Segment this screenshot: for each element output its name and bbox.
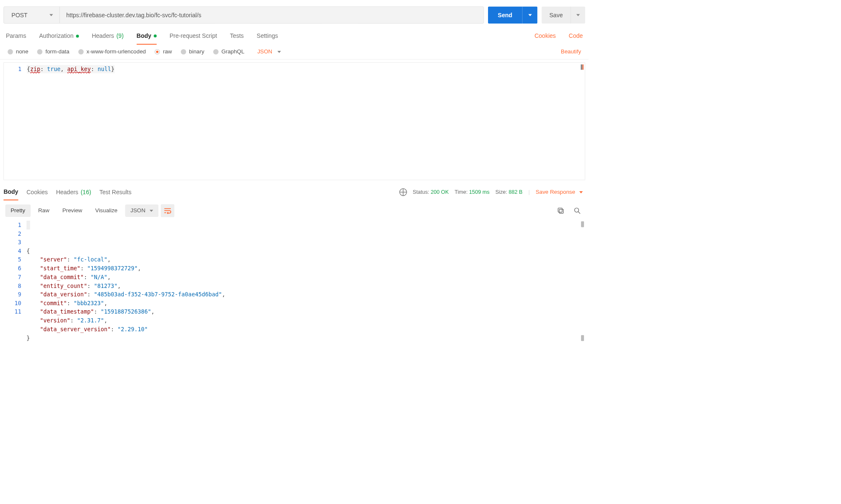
response-header-row: Body Cookies Headers (16) Test Results S… <box>0 180 589 200</box>
http-method-select[interactable]: POST <box>4 7 60 23</box>
svg-point-4 <box>575 208 579 212</box>
request-body-editor[interactable]: 1 {zip: true, api_key: null} <box>3 62 585 180</box>
body-type-binary[interactable]: binary <box>181 49 204 55</box>
body-type-raw[interactable]: raw <box>155 49 172 55</box>
body-type-graphql[interactable]: GraphQL <box>213 49 244 55</box>
tab-tests[interactable]: Tests <box>230 33 244 44</box>
status-dot-icon <box>76 34 79 37</box>
time-value: 1509 ms <box>469 189 489 195</box>
chevron-down-icon <box>528 14 532 16</box>
response-tab-test-results[interactable]: Test Results <box>99 189 131 200</box>
cookies-link[interactable]: Cookies <box>534 33 556 44</box>
view-visualize[interactable]: Visualize <box>90 205 123 217</box>
body-type-urlencoded[interactable]: x-www-form-urlencoded <box>78 49 146 55</box>
svg-line-5 <box>578 211 580 214</box>
chevron-down-icon <box>50 14 53 16</box>
radio-icon <box>155 49 160 55</box>
size-label: Size: <box>495 189 507 195</box>
body-type-none[interactable]: none <box>8 49 28 55</box>
status-dot-icon <box>154 34 157 37</box>
response-body-editor[interactable]: 1234567891011 { "server": "fc-local", "s… <box>0 219 589 351</box>
send-dropdown-button[interactable] <box>522 6 537 24</box>
save-button-group: Save <box>542 6 585 24</box>
editor-scroll-indicator <box>581 64 584 70</box>
time-label: Time: <box>455 189 468 195</box>
response-tab-headers[interactable]: Headers (16) <box>56 189 91 200</box>
tab-authorization[interactable]: Authorization <box>39 33 79 44</box>
response-tabs: Body Cookies Headers (16) Test Results <box>3 188 131 200</box>
save-response-button[interactable]: Save Response <box>536 189 583 195</box>
request-tab-links: Cookies Code <box>534 33 583 44</box>
radio-icon <box>213 49 219 55</box>
response-gutter: 1234567891011 <box>3 219 27 342</box>
copy-icon[interactable] <box>557 207 565 214</box>
response-toolbar: Pretty Raw Preview Visualize JSON <box>0 200 589 219</box>
view-pretty[interactable]: Pretty <box>5 205 31 217</box>
request-bar: POST Send Save <box>0 0 589 27</box>
scrollbar-thumb[interactable] <box>581 221 584 227</box>
response-meta: Status: 200 OK Time: 1509 ms Size: 882 B… <box>399 188 583 200</box>
tab-headers[interactable]: Headers (9) <box>92 33 124 44</box>
chevron-down-icon <box>579 191 583 193</box>
response-view-modes: Pretty Raw Preview Visualize JSON <box>5 204 175 217</box>
editor-code-area[interactable]: {zip: true, api_key: null} <box>27 63 585 180</box>
chevron-down-icon <box>576 14 580 16</box>
status-label: Status: <box>413 189 429 195</box>
code-link[interactable]: Code <box>569 33 583 44</box>
search-icon[interactable] <box>573 207 581 214</box>
view-preview[interactable]: Preview <box>57 205 88 217</box>
tab-params[interactable]: Params <box>6 33 26 44</box>
beautify-button[interactable]: Beautify <box>561 49 581 55</box>
http-method-value: POST <box>11 12 27 18</box>
request-tabs: Params Authorization Headers (9) Body Pr… <box>6 32 278 45</box>
wrap-lines-button[interactable] <box>161 204 174 217</box>
request-url-input[interactable] <box>60 7 483 23</box>
svg-rect-3 <box>558 208 562 212</box>
chevron-down-icon <box>149 210 153 212</box>
response-toolbar-right <box>557 207 581 214</box>
tab-body[interactable]: Body <box>137 32 157 45</box>
tab-pre-request-script[interactable]: Pre-request Script <box>170 33 217 44</box>
scrollbar-thumb[interactable] <box>581 335 584 341</box>
wrap-icon <box>164 208 171 214</box>
body-type-form-data[interactable]: form-data <box>37 49 69 55</box>
send-button[interactable]: Send <box>488 6 523 24</box>
body-type-radios: none form-data x-www-form-urlencoded raw… <box>8 49 281 55</box>
request-tabs-row: Params Authorization Headers (9) Body Pr… <box>0 27 589 44</box>
response-code[interactable]: { "server": "fc-local", "start_time": "1… <box>27 219 585 342</box>
body-type-row: none form-data x-www-form-urlencoded raw… <box>0 45 589 60</box>
body-format-select[interactable]: JSON <box>257 49 281 55</box>
send-button-group: Send <box>488 6 538 24</box>
radio-icon <box>37 49 42 55</box>
response-tab-cookies[interactable]: Cookies <box>27 189 48 200</box>
globe-icon[interactable] <box>399 188 407 196</box>
chevron-down-icon <box>278 51 281 53</box>
response-headers-count: (16) <box>81 189 91 195</box>
svg-rect-2 <box>559 209 563 214</box>
view-raw[interactable]: Raw <box>33 205 55 217</box>
response-tab-body[interactable]: Body <box>3 188 18 200</box>
tab-settings[interactable]: Settings <box>257 33 278 44</box>
status-value: 200 OK <box>431 189 449 195</box>
editor-gutter: 1 <box>4 63 27 180</box>
headers-count: (9) <box>117 33 124 40</box>
size-value: 882 B <box>509 189 523 195</box>
radio-icon <box>181 49 186 55</box>
save-dropdown-button[interactable] <box>570 6 585 24</box>
url-group: POST <box>3 6 483 24</box>
response-format-select[interactable]: JSON <box>125 205 158 217</box>
radio-icon <box>78 49 84 55</box>
save-button[interactable]: Save <box>542 6 570 24</box>
radio-icon <box>8 49 13 55</box>
